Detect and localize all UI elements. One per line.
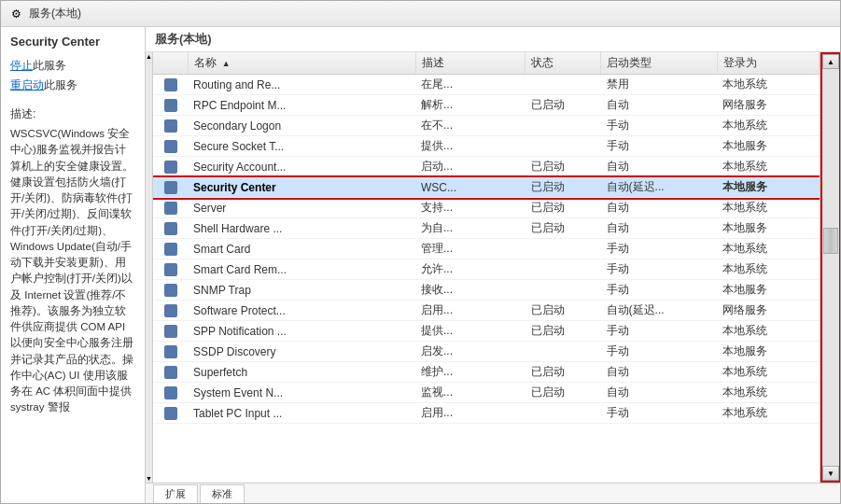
row-start-type: 手动 [601, 116, 718, 136]
row-start-type: 自动 [601, 157, 718, 177]
left-panel: Security Center 停止此服务 重启动此服务 描述: WSCSVC(… [1, 27, 146, 503]
row-status [526, 75, 601, 95]
scroll-up-button[interactable]: ▲ [822, 54, 839, 69]
table-row[interactable]: Security Account...启动...已启动自动本地系统 [153, 157, 820, 177]
row-icon-cell [153, 198, 188, 218]
row-start-type: 自动 [601, 218, 718, 239]
service-icon [164, 386, 177, 399]
row-status [526, 403, 601, 424]
scroll-thumb[interactable] [823, 228, 838, 254]
row-name: System Event N... [188, 383, 415, 403]
table-row[interactable]: Software Protect...启用...已启动自动(延迟...网络服务 [153, 301, 820, 321]
row-icon-cell [153, 177, 188, 198]
left-scroll-up[interactable]: ▲ [146, 53, 152, 60]
row-name: Security Center [188, 177, 415, 198]
row-name: Routing and Re... [188, 75, 415, 95]
col-header-status[interactable]: 状态 [526, 52, 601, 75]
tab-standard[interactable]: 标准 [200, 484, 245, 503]
row-name: Shell Hardware ... [188, 218, 415, 239]
row-name: Server [188, 198, 415, 218]
row-name: Smart Card [188, 239, 415, 259]
stop-service-link[interactable]: 停止 [10, 59, 33, 72]
row-desc: 监视... [415, 383, 526, 403]
col-header-name[interactable]: 名称 ▲ [188, 52, 415, 75]
row-login: 本地服务 [717, 218, 819, 239]
row-status [526, 239, 601, 259]
row-start-type: 手动 [601, 136, 718, 157]
left-scrollbar[interactable]: ▲ ▼ [146, 52, 153, 483]
scroll-down-button[interactable]: ▼ [822, 466, 839, 481]
row-login: 本地系统 [717, 362, 819, 383]
service-icon [164, 243, 177, 256]
right-scrollbar-container: ▲ ▼ [820, 52, 840, 483]
tab-expand[interactable]: 扩展 [153, 484, 198, 503]
table-row[interactable]: SPP Notification ...提供...已启动手动本地系统 [153, 321, 820, 342]
service-icon [164, 161, 177, 174]
table-row[interactable]: Routing and Re...在尾...禁用本地系统 [153, 75, 820, 95]
table-row[interactable]: SSDP Discovery启发...手动本地服务 [153, 342, 820, 362]
service-icon [164, 78, 177, 91]
table-row[interactable]: Tablet PC Input ...启用...手动本地系统 [153, 403, 820, 424]
row-login: 本地系统 [717, 383, 819, 403]
table-row[interactable]: Smart Card管理...手动本地系统 [153, 239, 820, 259]
service-icon [164, 202, 177, 215]
row-login: 本地系统 [717, 403, 819, 424]
row-name: RPC Endpoint M... [188, 95, 415, 116]
row-start-type: 手动 [601, 403, 718, 424]
right-panel: 服务(本地) ▲ ▼ 名称 ▲ 描述 状态 [146, 27, 840, 503]
table-row[interactable]: SNMP Trap接收...手动本地服务 [153, 280, 820, 301]
services-table-container[interactable]: 名称 ▲ 描述 状态 启动类型 登录为 Routing and Re...在尾.… [153, 52, 820, 483]
row-start-type: 手动 [601, 239, 718, 259]
row-name: Secondary Logon [188, 116, 415, 136]
col-header-empty [153, 52, 188, 75]
service-icon [164, 284, 177, 297]
table-row[interactable]: Superfetch维护...已启动自动本地系统 [153, 362, 820, 383]
row-login: 本地系统 [717, 259, 819, 280]
table-row[interactable]: RPC Endpoint M...解析...已启动自动网络服务 [153, 95, 820, 116]
table-row[interactable]: Smart Card Rem...允许...手动本地系统 [153, 259, 820, 280]
table-row[interactable]: Server支持...已启动自动本地系统 [153, 198, 820, 218]
row-icon-cell [153, 75, 188, 95]
col-header-desc[interactable]: 描述 [415, 52, 526, 75]
table-row[interactable]: Secure Socket T...提供...手动本地服务 [153, 136, 820, 157]
row-status: 已启动 [526, 95, 601, 116]
restart-service-link[interactable]: 重启动 [10, 78, 44, 91]
row-name: SSDP Discovery [188, 342, 415, 362]
row-status: 已启动 [526, 198, 601, 218]
row-start-type: 禁用 [601, 75, 718, 95]
row-name: Superfetch [188, 362, 415, 383]
row-icon-cell [153, 321, 188, 342]
row-status [526, 136, 601, 157]
row-login: 本地系统 [717, 116, 819, 136]
table-row[interactable]: System Event N...监视...已启动自动本地系统 [153, 383, 820, 403]
service-icon [164, 99, 177, 112]
left-scroll-down[interactable]: ▼ [146, 475, 152, 482]
scroll-track [822, 69, 839, 466]
row-name: Tablet PC Input ... [188, 403, 415, 424]
row-status [526, 280, 601, 301]
row-icon-cell [153, 362, 188, 383]
description-text: WSCSVC(Windows 安全中心)服务监视并报告计算机上的安全健康设置。健… [10, 126, 135, 416]
table-row[interactable]: Shell Hardware ...为自...已启动自动本地服务 [153, 218, 820, 239]
row-start-type: 手动 [601, 342, 718, 362]
table-row[interactable]: Secondary Logon在不...手动本地系统 [153, 116, 820, 136]
top-bar: ⚙ 服务(本地) [1, 1, 840, 27]
row-desc: 为自... [415, 218, 526, 239]
row-name: SPP Notification ... [188, 321, 415, 342]
service-icon [164, 345, 177, 358]
restart-service-link-suffix: 此服务 [44, 78, 77, 91]
row-status: 已启动 [526, 362, 601, 383]
service-name-heading: Security Center [10, 35, 135, 49]
col-header-start[interactable]: 启动类型 [601, 52, 718, 75]
row-login: 本地系统 [717, 239, 819, 259]
row-login: 本地系统 [717, 75, 819, 95]
table-row[interactable]: Security CenterWSC...已启动自动(延迟...本地服务 [153, 177, 820, 198]
row-icon-cell [153, 383, 188, 403]
col-header-login[interactable]: 登录为 [717, 52, 819, 75]
row-login: 本地系统 [717, 321, 819, 342]
row-login: 本地服务 [717, 136, 819, 157]
red-bordered-scrollbar[interactable]: ▲ ▼ [820, 52, 840, 483]
row-desc: 在不... [415, 116, 526, 136]
row-icon-cell [153, 403, 188, 424]
sort-arrow: ▲ [222, 59, 231, 68]
